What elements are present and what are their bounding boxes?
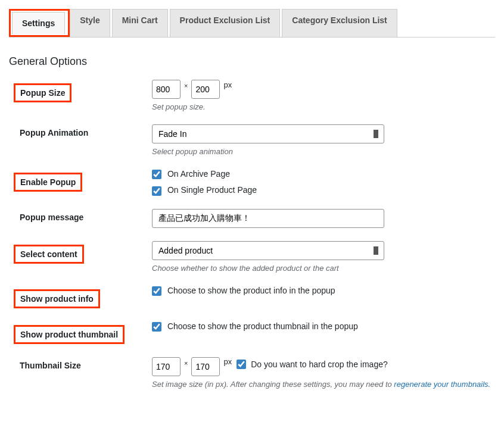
row-show-product-info: Show product info Choose to show the pro…: [9, 286, 495, 308]
label-show-product-info: Show product info: [14, 289, 100, 308]
label-show-product-thumbnail: Show product thumbnail: [14, 325, 125, 344]
thumb-crop-checkbox[interactable]: [237, 360, 246, 369]
row-show-product-thumbnail: Show product thumbnail Choose to show th…: [9, 321, 495, 344]
popup-width-input[interactable]: [152, 80, 181, 99]
enable-popup-archive-checkbox[interactable]: [152, 170, 161, 179]
thumb-height-input[interactable]: [191, 357, 220, 376]
popup-size-sep: ×: [182, 82, 190, 89]
thumb-desc-text: Set image size (in px). After changing t…: [152, 380, 394, 389]
section-title: General Options: [9, 55, 495, 68]
tab-style[interactable]: Style: [70, 9, 110, 37]
label-popup-animation: Popup Animation: [20, 128, 88, 138]
popup-size-unit: px: [221, 80, 232, 89]
show-product-info-checkbox[interactable]: [152, 286, 161, 296]
settings-tabs: Settings Style Mini Cart Product Exclusi…: [9, 9, 495, 38]
label-thumbnail-size: Thumbnail Size: [20, 361, 81, 370]
regenerate-thumbnails-link[interactable]: regenerate your thumbnails.: [394, 380, 490, 389]
label-select-content: Select content: [14, 245, 84, 264]
show-product-info-option: Choose to show the product info in the p…: [167, 286, 335, 295]
row-popup-animation: Popup Animation Fade In ▲▼ Select popup …: [9, 124, 495, 156]
label-popup-message: Popup message: [20, 212, 83, 222]
popup-height-input[interactable]: [191, 80, 220, 99]
thumb-size-unit: px: [221, 357, 232, 366]
highlight-settings-tab: Settings: [9, 9, 70, 37]
enable-popup-single-label: On Single Product Page: [167, 185, 257, 195]
label-enable-popup: Enable Popup: [14, 173, 82, 192]
row-enable-popup: Enable Popup On Archive Page On Single P…: [9, 169, 495, 196]
tab-settings[interactable]: Settings: [12, 12, 65, 35]
popup-size-desc: Set popup size.: [152, 102, 495, 111]
tab-category-exclusion[interactable]: Category Exclusion List: [282, 9, 397, 37]
tab-mini-cart[interactable]: Mini Cart: [112, 9, 168, 37]
thumb-width-input[interactable]: [152, 357, 181, 376]
enable-popup-single-checkbox[interactable]: [152, 186, 161, 196]
enable-popup-archive-label: On Archive Page: [167, 169, 230, 179]
popup-message-input[interactable]: [152, 209, 384, 228]
show-product-thumbnail-option: Choose to show the product thumbnail in …: [167, 321, 358, 331]
thumb-crop-label: Do you want to hard crop the image?: [251, 360, 388, 369]
popup-animation-select[interactable]: Fade In: [152, 124, 384, 143]
popup-animation-desc: Select popup animation: [152, 147, 495, 156]
thumb-size-desc: Set image size (in px). After changing t…: [152, 380, 495, 389]
thumb-size-sep: ×: [182, 360, 190, 367]
label-popup-size: Popup Size: [14, 83, 71, 102]
tab-product-exclusion[interactable]: Product Exclusion List: [170, 9, 281, 37]
select-content-desc: Choose whether to show the added product…: [152, 264, 495, 273]
row-popup-message: Popup message: [9, 209, 495, 228]
row-popup-size: Popup Size × px Set popup size.: [9, 80, 495, 111]
row-thumbnail-size: Thumbnail Size × px Do you want to hard …: [9, 357, 495, 389]
show-product-thumbnail-checkbox[interactable]: [152, 322, 161, 332]
row-select-content: Select content Added product ▲▼ Choose w…: [9, 241, 495, 273]
select-content-select[interactable]: Added product: [152, 241, 384, 260]
